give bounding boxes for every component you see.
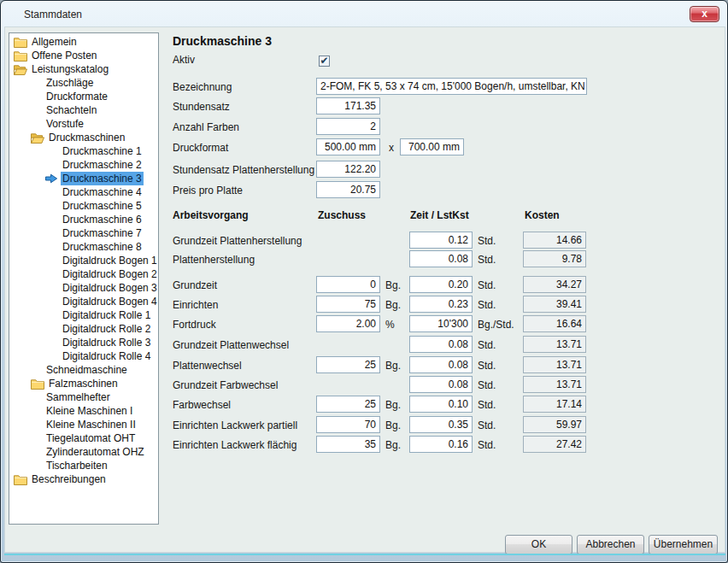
tree-item[interactable]: Tischarbeiten bbox=[9, 459, 158, 472]
zeit-input[interactable]: 0.08 bbox=[409, 336, 473, 353]
tree-item-label: Digitaldruck Bogen 3 bbox=[61, 281, 159, 295]
tree-item[interactable]: Tiegelautomat OHT bbox=[9, 431, 158, 445]
tree-item[interactable]: Digitaldruck Bogen 1 bbox=[9, 254, 158, 267]
tree-item[interactable]: Sammelhefter bbox=[9, 390, 158, 404]
tree-item[interactable]: Vorstufe bbox=[9, 117, 158, 131]
tree-item[interactable]: Leistungskatalog bbox=[9, 62, 158, 76]
zeit-unit-label: Std. bbox=[478, 338, 496, 352]
zeit-unit-label: Std. bbox=[478, 398, 496, 412]
kosten-field: 34.27 bbox=[523, 276, 586, 293]
tree-item-label: Digitaldruck Rolle 4 bbox=[61, 349, 152, 363]
zeit-unit-label: Std. bbox=[478, 279, 496, 292]
tree-item[interactable]: Digitaldruck Rolle 4 bbox=[9, 349, 158, 363]
ok-button[interactable]: OK bbox=[505, 535, 572, 554]
zuschuss-input[interactable]: 2.00 bbox=[316, 315, 380, 332]
field-label: Preis pro Platte bbox=[173, 184, 243, 197]
aktiv-checkbox[interactable]: ✔ bbox=[319, 56, 330, 67]
field-input[interactable]: 171.35 bbox=[316, 97, 380, 114]
field-input-2[interactable]: 700.00 mm bbox=[400, 138, 464, 155]
tree-item[interactable]: Schachteln bbox=[9, 103, 158, 117]
field-input[interactable]: 2 bbox=[316, 118, 380, 135]
kosten-field: 9.78 bbox=[523, 250, 586, 267]
field-label: Stundensatz bbox=[173, 100, 230, 114]
zeit-input[interactable]: 0.08 bbox=[409, 250, 473, 267]
field-input[interactable]: 122.20 bbox=[316, 161, 380, 178]
arbeitsvorgang-label: Farbwechsel bbox=[173, 398, 231, 412]
tree-item[interactable]: Digitaldruck Rolle 3 bbox=[9, 336, 158, 349]
close-button[interactable]: x bbox=[690, 6, 719, 22]
tree-item-label: Digitaldruck Bogen 2 bbox=[61, 267, 159, 281]
tree-item-label: Allgemein bbox=[30, 35, 79, 49]
checkmark-icon: ✔ bbox=[320, 55, 328, 67]
tree-item-label: Druckmaschinen bbox=[47, 131, 126, 144]
tree-item[interactable]: Druckmaschinen bbox=[9, 131, 158, 144]
tree-item[interactable]: Schneidmaschine bbox=[9, 363, 158, 377]
kosten-field: 39.41 bbox=[523, 296, 586, 313]
tree-item[interactable]: Allgemein bbox=[9, 35, 158, 49]
tree-item-label: Druckmaschine 4 bbox=[61, 185, 144, 199]
tree-item[interactable]: Druckmaschine 2 bbox=[9, 158, 158, 172]
header-arbeitsvorgang: Arbeitsvorgang bbox=[173, 208, 249, 222]
zeit-unit-label: Std. bbox=[478, 419, 496, 432]
zeit-input[interactable]: 0.10 bbox=[409, 396, 473, 413]
header-kosten: Kosten bbox=[525, 208, 560, 222]
zeit-input[interactable]: 0.08 bbox=[409, 356, 473, 373]
zeit-input[interactable]: 0.12 bbox=[409, 232, 473, 249]
window-title: Stammdaten bbox=[24, 9, 82, 21]
field-input[interactable]: 500.00 mm bbox=[316, 138, 380, 155]
tree-item[interactable]: Kleine Maschinen I bbox=[9, 404, 158, 418]
zeit-input[interactable]: 0.20 bbox=[409, 276, 473, 293]
tree-item-label: Kleine Maschinen I bbox=[44, 404, 134, 418]
abbrechen-button[interactable]: Abbrechen bbox=[577, 535, 644, 554]
zeit-input[interactable]: 0.08 bbox=[409, 376, 473, 393]
tree-item[interactable]: Offene Posten bbox=[9, 49, 158, 62]
zuschuss-unit-label: Bg. bbox=[385, 438, 401, 452]
zeit-unit-label: Bg./Std. bbox=[478, 318, 514, 331]
zuschuss-input[interactable]: 70 bbox=[316, 416, 380, 433]
tree-item[interactable]: Druckmaschine 8 bbox=[9, 240, 158, 254]
tree-item[interactable]: Druckmaschine 4 bbox=[9, 185, 158, 199]
zuschuss-input[interactable]: 25 bbox=[316, 356, 380, 373]
tree-item[interactable]: Digitaldruck Bogen 3 bbox=[9, 281, 158, 295]
zeit-input[interactable]: 0.16 bbox=[409, 436, 473, 453]
tree-item[interactable]: Digitaldruck Rolle 1 bbox=[9, 308, 158, 322]
tree-item-label: Druckmaschine 6 bbox=[61, 213, 144, 226]
zeit-input[interactable]: 0.35 bbox=[409, 416, 473, 433]
zuschuss-input[interactable]: 35 bbox=[316, 436, 380, 453]
zeit-input[interactable]: 0.23 bbox=[409, 296, 473, 313]
tree-item[interactable]: Druckformate bbox=[9, 90, 158, 103]
arbeitsvorgang-label: Einrichten Lackwerk partiell bbox=[173, 419, 297, 432]
tree-item[interactable]: Druckmaschine 7 bbox=[9, 226, 158, 240]
tree-item-label: Digitaldruck Rolle 1 bbox=[61, 308, 152, 322]
tree-item[interactable]: Druckmaschine 5 bbox=[9, 199, 158, 213]
tree-item[interactable]: Druckmaschine 3 bbox=[9, 172, 158, 185]
zeit-unit-label: Std. bbox=[478, 253, 496, 267]
tree-item[interactable]: Digitaldruck Bogen 2 bbox=[9, 267, 158, 281]
tree-item[interactable]: Kleine Maschinen II bbox=[9, 418, 158, 431]
tree-item[interactable]: Druckmaschine 6 bbox=[9, 213, 158, 226]
tree-item[interactable]: Druckmaschine 1 bbox=[9, 144, 158, 158]
zuschuss-input[interactable]: 75 bbox=[316, 296, 380, 313]
folder-closed-icon bbox=[14, 50, 27, 62]
field-input[interactable]: 20.75 bbox=[316, 181, 380, 198]
field-input[interactable]: 2-FOM, FK 5, 53 x 74 cm, 15'000 Bogen/h,… bbox=[316, 78, 587, 95]
zuschuss-unit-label: Bg. bbox=[385, 279, 401, 292]
kosten-field: 13.71 bbox=[523, 336, 586, 353]
tree-item[interactable]: Zuschläge bbox=[9, 76, 158, 90]
tree-item[interactable]: Beschreibungen bbox=[9, 472, 158, 486]
tree-item-label: Digitaldruck Rolle 2 bbox=[61, 322, 152, 336]
tree-item[interactable]: Zylinderautomat OHZ bbox=[9, 445, 158, 459]
tree-item[interactable]: Digitaldruck Bogen 4 bbox=[9, 295, 158, 308]
folder-closed-icon bbox=[14, 37, 27, 48]
form-title: Druckmaschine 3 bbox=[173, 34, 272, 48]
zuschuss-input[interactable]: 25 bbox=[316, 396, 380, 413]
tree-item[interactable]: Falzmaschinen bbox=[9, 377, 158, 390]
zuschuss-input[interactable]: 0 bbox=[316, 276, 380, 293]
titlebar[interactable]: Stammdaten bbox=[2, 2, 726, 26]
aktiv-label: Aktiv bbox=[173, 53, 195, 67]
-bernehmen-button[interactable]: Übernehmen bbox=[649, 535, 718, 554]
zeit-input[interactable]: 10'300 bbox=[409, 315, 473, 332]
tree-item-label: Sammelhefter bbox=[44, 390, 112, 404]
tree-item-label: Zuschläge bbox=[44, 76, 95, 90]
tree-item[interactable]: Digitaldruck Rolle 2 bbox=[9, 322, 158, 336]
